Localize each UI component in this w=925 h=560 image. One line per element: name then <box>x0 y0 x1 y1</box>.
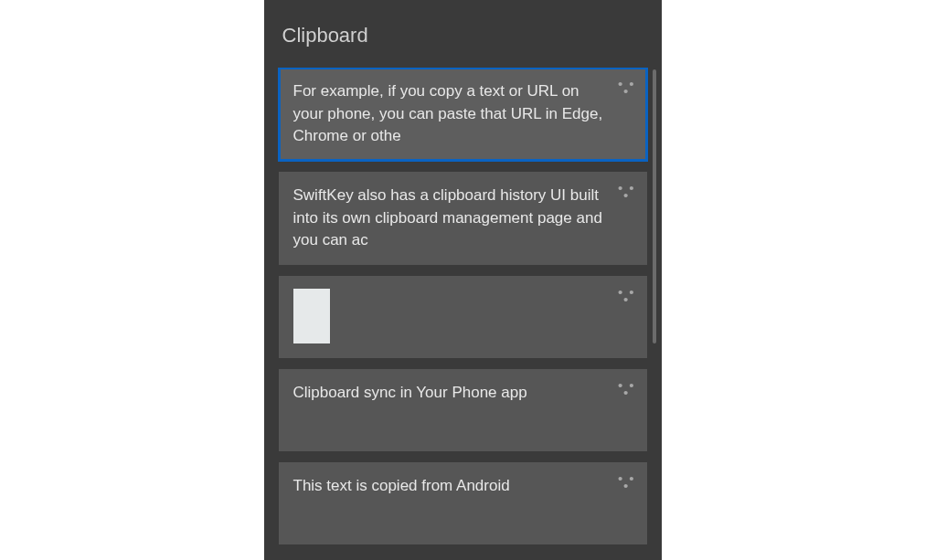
clipboard-item-text: This text is copied from Android <box>293 475 510 498</box>
more-icon[interactable]: • • • <box>616 79 638 97</box>
panel-title: Clipboard <box>264 18 662 68</box>
more-icon[interactable]: • • • <box>616 473 638 491</box>
clipboard-item[interactable]: For example, if you copy a text or URL o… <box>279 68 647 161</box>
clipboard-item-text: Clipboard sync in Your Phone app <box>293 382 527 405</box>
clipboard-panel: Clipboard For example, if you copy a tex… <box>264 0 662 560</box>
clipboard-item[interactable]: • • • <box>279 276 647 358</box>
more-icon[interactable]: • • • <box>616 183 638 201</box>
scrollbar[interactable] <box>653 69 656 343</box>
clipboard-items-list: For example, if you copy a text or URL o… <box>264 68 662 545</box>
more-icon[interactable]: • • • <box>616 380 638 398</box>
clipboard-image-thumbnail <box>293 289 330 343</box>
clipboard-item[interactable]: This text is copied from Android • • • <box>279 462 647 544</box>
clipboard-item-text: SwiftKey also has a clipboard history UI… <box>293 185 607 252</box>
clipboard-item[interactable]: Clipboard sync in Your Phone app • • • <box>279 369 647 451</box>
more-icon[interactable]: • • • <box>616 287 638 305</box>
clipboard-item[interactable]: SwiftKey also has a clipboard history UI… <box>279 172 647 265</box>
clipboard-item-text: For example, if you copy a text or URL o… <box>293 80 607 148</box>
